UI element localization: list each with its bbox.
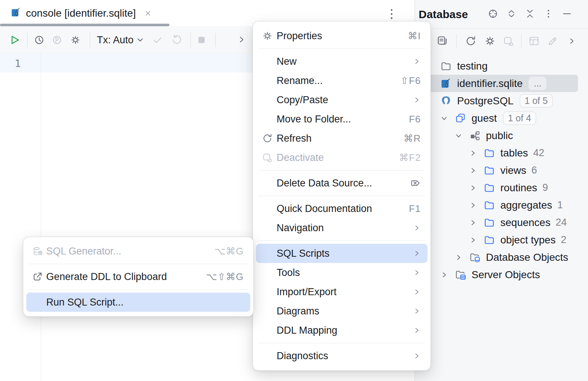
- tree-row-postgresql[interactable]: PostgreSQL 1 of 5: [415, 92, 588, 109]
- export-icon: [32, 271, 46, 282]
- data-source-properties-button[interactable]: [484, 35, 496, 48]
- tree-row-object-types[interactable]: object types 2: [415, 231, 588, 249]
- editor-options-kebab-icon[interactable]: [388, 8, 395, 22]
- close-tab-icon[interactable]: [143, 9, 153, 18]
- menu-item-navigation[interactable]: Navigation: [256, 218, 428, 237]
- tree-label: routines: [500, 182, 537, 194]
- menu-item-refresh[interactable]: Refresh ⌘R: [256, 129, 428, 148]
- tree-label: Database Objects: [486, 252, 568, 263]
- menu-item-copy-paste[interactable]: Copy/Paste: [256, 90, 428, 109]
- chevron-down-icon[interactable]: [136, 36, 144, 44]
- datagrip-window: console [identifier.sqlite] Tx: Auto 1: [0, 0, 588, 381]
- tree-row-tables[interactable]: tables 42: [415, 144, 588, 162]
- tree-label: views: [500, 165, 526, 176]
- explain-plan-button[interactable]: [51, 34, 62, 45]
- tx-mode-dropdown[interactable]: Tx: Auto: [97, 34, 134, 46]
- submenu-item-sql-generator[interactable]: SQL Generator... ⌥⌘G: [26, 242, 250, 261]
- item-count: 1: [557, 199, 563, 211]
- expand-all-button[interactable]: [506, 8, 517, 21]
- sql-generator-icon: [32, 246, 46, 257]
- menu-item-tools[interactable]: Tools: [256, 263, 428, 282]
- menu-item-diagnostics[interactable]: Diagnostics: [256, 346, 428, 365]
- blue-folder-icon: [483, 182, 495, 194]
- item-count: 6: [531, 165, 537, 176]
- chevron-right-icon[interactable]: [469, 219, 483, 227]
- refresh-button[interactable]: [465, 35, 477, 48]
- server-objects-icon: [454, 269, 466, 281]
- deactivate-button[interactable]: [503, 35, 514, 48]
- chevron-right-icon[interactable]: [469, 166, 483, 175]
- menu-item-label: Refresh: [277, 133, 312, 144]
- chevron-right-icon[interactable]: [469, 236, 483, 244]
- open-table-button[interactable]: [528, 35, 540, 48]
- submenu-item-run-sql-script[interactable]: Run SQL Script...: [26, 293, 250, 312]
- tree-label: identifier.sqlite: [457, 78, 523, 90]
- tree-row-routines[interactable]: routines 9: [415, 179, 588, 196]
- chevron-right-icon[interactable]: [454, 253, 469, 262]
- chevron-right-icon[interactable]: [469, 184, 483, 192]
- chevron-down-icon[interactable]: [440, 114, 454, 122]
- commit-button[interactable]: [152, 34, 163, 45]
- tree-row-views[interactable]: views 6: [415, 162, 588, 179]
- tree-row-testing[interactable]: testing: [415, 57, 588, 75]
- menu-item-label: Import/Export: [277, 286, 337, 298]
- chevron-right-icon[interactable]: [440, 271, 454, 279]
- tree-row-guest[interactable]: guest 1 of 4: [415, 109, 588, 127]
- menu-item-label: Generate DDL to Clipboard: [46, 271, 167, 283]
- tree-row-aggregates[interactable]: aggregates 1: [415, 196, 588, 214]
- gutter-separator: [41, 54, 41, 381]
- menu-item-import-export[interactable]: Import/Export: [256, 282, 428, 301]
- menu-item-label: Diagrams: [277, 306, 320, 317]
- shortcut: ⌥⌘G: [214, 246, 244, 257]
- edit-pencil-button[interactable]: [547, 35, 558, 48]
- chevron-right-icon[interactable]: [469, 149, 483, 157]
- menu-item-delete-data-source[interactable]: Delete Data Source...: [256, 173, 428, 193]
- chevron-right-icon[interactable]: [469, 201, 483, 209]
- tree-row-sequences[interactable]: sequences 24: [415, 214, 588, 231]
- menu-item-new[interactable]: New: [256, 52, 428, 71]
- menu-item-quick-documentation[interactable]: Quick Documentation F1: [256, 199, 428, 218]
- toolbar-divider: [190, 33, 191, 47]
- toolbar-divider: [521, 35, 521, 49]
- settings-gear-button[interactable]: [70, 34, 81, 45]
- toolbar-divider: [27, 33, 28, 47]
- collapse-all-button[interactable]: [524, 8, 535, 21]
- submenu-arrow-icon: [413, 249, 421, 257]
- stop-button[interactable]: [196, 34, 207, 45]
- rollback-button[interactable]: [171, 34, 182, 45]
- tree-label: sequences: [500, 217, 550, 229]
- more-actions-badge[interactable]: ...: [528, 77, 547, 90]
- menu-item-label: Move to Folder...: [277, 114, 351, 125]
- menu-item-rename[interactable]: Rename... ⇧F6: [256, 71, 428, 90]
- sqlite-icon: [440, 78, 452, 90]
- hide-panel-button[interactable]: [561, 8, 572, 21]
- panel-options-kebab-icon[interactable]: [543, 8, 554, 21]
- menu-item-diagrams[interactable]: Diagrams: [256, 301, 428, 321]
- tree-row-database-objects[interactable]: Database Objects: [415, 249, 588, 266]
- open-console-button[interactable]: [436, 35, 448, 48]
- menu-item-deactivate[interactable]: Deactivate ⌘F2: [256, 148, 428, 167]
- chevron-down-icon[interactable]: [454, 132, 469, 140]
- run-button[interactable]: [10, 34, 21, 45]
- sql-scripts-submenu: SQL Generator... ⌥⌘G Generate DDL to Cli…: [23, 237, 254, 317]
- menu-item-ddl-mapping[interactable]: DDL Mapping: [256, 321, 428, 340]
- menu-item-sql-scripts[interactable]: SQL Scripts: [256, 244, 428, 263]
- active-tab-underline: [0, 24, 169, 26]
- menu-item-move-to-folder[interactable]: Move to Folder... F6: [256, 109, 428, 129]
- shortcut: F6: [409, 114, 421, 125]
- tree-label: PostgreSQL: [457, 95, 514, 107]
- menu-item-properties[interactable]: Properties ⌘I: [256, 26, 428, 45]
- tree-row-identifier-sqlite[interactable]: identifier.sqlite ...: [415, 75, 578, 92]
- menu-item-label: New: [277, 56, 297, 67]
- tree-row-public[interactable]: public: [415, 127, 588, 144]
- panel-toolbar-overflow-button[interactable]: [567, 37, 576, 47]
- submenu-item-generate-ddl-to-clipboard[interactable]: Generate DDL to Clipboard ⌥⇧⌘G: [26, 267, 250, 286]
- tree-label: public: [486, 130, 513, 142]
- locate-target-button[interactable]: [487, 8, 499, 21]
- menu-item-label: DDL Mapping: [277, 325, 337, 336]
- tree-label: guest: [472, 112, 497, 124]
- history-button[interactable]: [34, 34, 45, 45]
- shortcut: ⌥⇧⌘G: [206, 271, 244, 283]
- tree-row-server-objects[interactable]: Server Objects: [415, 266, 588, 283]
- toolbar-overflow-button[interactable]: [237, 35, 246, 46]
